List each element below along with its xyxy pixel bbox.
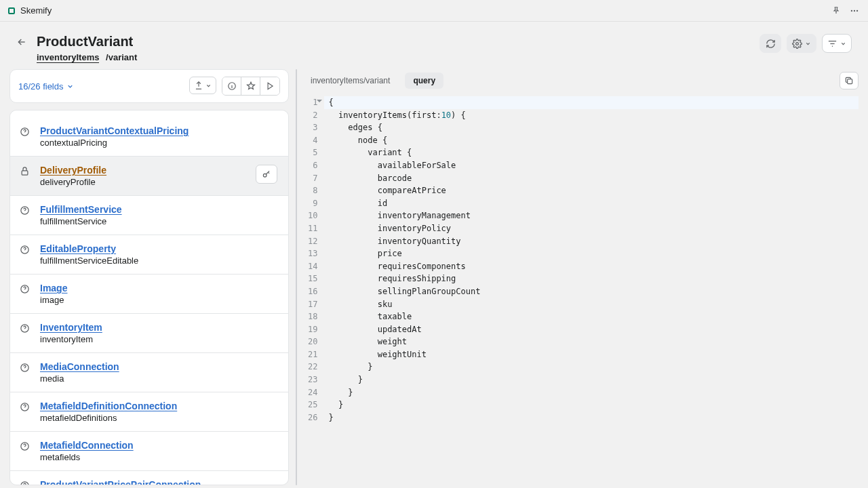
- field-item[interactable]: ProductVariantContextualPricingcontextua…: [10, 117, 288, 157]
- refresh-button[interactable]: [760, 34, 781, 53]
- field-type-link[interactable]: FulfillmentService: [40, 204, 277, 215]
- field-list: ProductVariantContextualPricingcontextua…: [9, 110, 289, 485]
- settings-button[interactable]: [787, 34, 816, 53]
- page-title: ProductVariant: [37, 34, 137, 49]
- svg-rect-16: [848, 79, 852, 84]
- field-name: inventoryItem: [40, 334, 277, 344]
- info-button[interactable]: [222, 77, 241, 95]
- field-name: fulfillmentService: [40, 216, 277, 226]
- code-editor[interactable]: 1234567891011121314151617181920212223242…: [304, 96, 859, 485]
- app-icon: [8, 7, 15, 14]
- help-icon: [20, 440, 31, 451]
- field-name: fulfillmentServiceEditable: [40, 256, 277, 266]
- field-type-link[interactable]: EditableProperty: [40, 243, 277, 254]
- field-item[interactable]: MetafieldConnectionmetafields: [10, 432, 288, 471]
- field-name: deliveryProfile: [40, 177, 246, 187]
- app-name: Skemify: [20, 5, 52, 16]
- field-type-link[interactable]: ProductVariantContextualPricing: [40, 125, 277, 136]
- field-type-link[interactable]: InventoryItem: [40, 322, 277, 333]
- svg-point-0: [851, 9, 852, 11]
- field-count-toggle[interactable]: 16/26 fields: [18, 81, 74, 92]
- field-type-link[interactable]: Image: [40, 283, 277, 293]
- field-name: metafieldDefinitions: [40, 413, 277, 423]
- sidebar: 16/26 fields: [9, 69, 289, 485]
- field-type-link[interactable]: MediaConnection: [40, 361, 277, 372]
- more-icon[interactable]: [849, 6, 860, 16]
- field-name: image: [40, 295, 277, 305]
- svg-point-3: [796, 42, 799, 45]
- field-item[interactable]: ProductVariantPricePairConnectionpresent…: [10, 471, 288, 485]
- tab-query[interactable]: query: [405, 73, 443, 89]
- filter-button[interactable]: [822, 34, 852, 53]
- titlebar: Skemify: [0, 0, 868, 22]
- breadcrumb-link[interactable]: inventoryItems: [37, 52, 99, 63]
- help-icon: [20, 361, 31, 373]
- help-icon: [20, 125, 31, 137]
- help-icon: [20, 243, 31, 255]
- field-item[interactable]: DeliveryProfiledeliveryProfile: [10, 157, 288, 196]
- svg-rect-6: [22, 171, 28, 175]
- field-item[interactable]: FulfillmentServicefulfillmentService: [10, 196, 288, 235]
- pin-icon[interactable]: [831, 6, 841, 16]
- svg-point-1: [854, 9, 855, 11]
- breadcrumb: inventoryItems /variant: [37, 52, 137, 62]
- help-icon: [20, 479, 31, 485]
- field-name: contextualPricing: [40, 138, 277, 148]
- help-icon: [20, 283, 31, 294]
- help-icon: [20, 204, 31, 216]
- field-item[interactable]: MetafieldDefinitionConnectionmetafieldDe…: [10, 392, 288, 432]
- field-name: media: [40, 373, 277, 384]
- svg-point-7: [263, 174, 267, 177]
- field-item[interactable]: EditablePropertyfulfillmentServiceEditab…: [10, 235, 288, 274]
- field-item[interactable]: MediaConnectionmedia: [10, 353, 288, 392]
- run-button[interactable]: [260, 77, 279, 95]
- page-header: ProductVariant inventoryItems /variant: [0, 22, 868, 69]
- back-button[interactable]: [16, 34, 27, 47]
- export-button[interactable]: [189, 77, 216, 94]
- field-type-link[interactable]: DeliveryProfile: [40, 165, 246, 176]
- vertical-divider[interactable]: [296, 69, 297, 485]
- help-icon: [20, 401, 31, 412]
- field-item[interactable]: Imageimage: [10, 274, 288, 314]
- editor-panel: inventoryItems/variant query 12345678910…: [304, 69, 868, 485]
- field-type-link[interactable]: MetafieldConnection: [40, 440, 277, 451]
- key-button[interactable]: [256, 165, 277, 184]
- field-item[interactable]: InventoryIteminventoryItem: [10, 314, 288, 353]
- star-button[interactable]: [241, 77, 260, 95]
- lock-icon: [20, 165, 31, 176]
- breadcrumb-current: /variant: [106, 52, 137, 62]
- field-name: metafields: [40, 452, 277, 462]
- svg-point-2: [856, 9, 858, 11]
- tab-path[interactable]: inventoryItems/variant: [308, 73, 398, 89]
- copy-button[interactable]: [840, 72, 859, 89]
- help-icon: [20, 322, 31, 333]
- field-type-link[interactable]: MetafieldDefinitionConnection: [40, 401, 277, 411]
- field-type-link[interactable]: ProductVariantPricePairConnection: [40, 479, 277, 485]
